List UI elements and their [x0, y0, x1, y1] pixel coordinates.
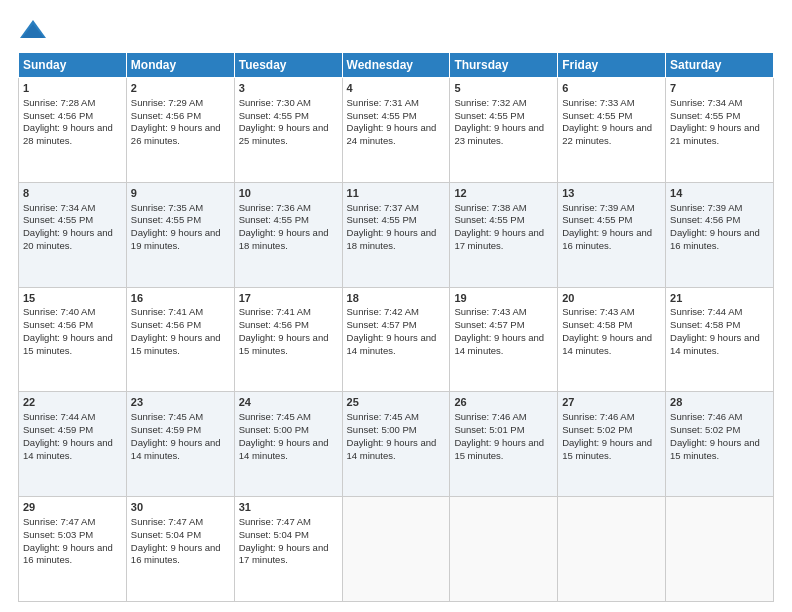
daylight-label: Daylight: 9 hours and 15 minutes. [454, 437, 544, 461]
daylight-label: Daylight: 9 hours and 18 minutes. [347, 227, 437, 251]
sunrise-label: Sunrise: 7:41 AM [131, 306, 203, 317]
sunrise-label: Sunrise: 7:28 AM [23, 97, 95, 108]
sunrise-label: Sunrise: 7:33 AM [562, 97, 634, 108]
sunrise-label: Sunrise: 7:38 AM [454, 202, 526, 213]
day-number: 24 [239, 395, 338, 410]
calendar-header: SundayMondayTuesdayWednesdayThursdayFrid… [19, 53, 774, 78]
daylight-label: Daylight: 9 hours and 21 minutes. [670, 122, 760, 146]
daylight-label: Daylight: 9 hours and 20 minutes. [23, 227, 113, 251]
daylight-label: Daylight: 9 hours and 18 minutes. [239, 227, 329, 251]
sunrise-label: Sunrise: 7:29 AM [131, 97, 203, 108]
calendar-cell: 14Sunrise: 7:39 AMSunset: 4:56 PMDayligh… [666, 182, 774, 287]
day-number: 13 [562, 186, 661, 201]
sunset-label: Sunset: 4:59 PM [23, 424, 93, 435]
daylight-label: Daylight: 9 hours and 14 minutes. [562, 332, 652, 356]
sunset-label: Sunset: 4:55 PM [562, 110, 632, 121]
calendar-cell: 31Sunrise: 7:47 AMSunset: 5:04 PMDayligh… [234, 497, 342, 602]
calendar-cell: 22Sunrise: 7:44 AMSunset: 4:59 PMDayligh… [19, 392, 127, 497]
sunrise-label: Sunrise: 7:34 AM [670, 97, 742, 108]
calendar-cell: 23Sunrise: 7:45 AMSunset: 4:59 PMDayligh… [126, 392, 234, 497]
calendar-cell [666, 497, 774, 602]
calendar-cell: 12Sunrise: 7:38 AMSunset: 4:55 PMDayligh… [450, 182, 558, 287]
sunrise-label: Sunrise: 7:39 AM [670, 202, 742, 213]
calendar-week-4: 22Sunrise: 7:44 AMSunset: 4:59 PMDayligh… [19, 392, 774, 497]
day-number: 18 [347, 291, 446, 306]
calendar-cell: 6Sunrise: 7:33 AMSunset: 4:55 PMDaylight… [558, 78, 666, 183]
sunset-label: Sunset: 4:56 PM [239, 319, 309, 330]
day-number: 28 [670, 395, 769, 410]
daylight-label: Daylight: 9 hours and 16 minutes. [23, 542, 113, 566]
sunrise-label: Sunrise: 7:47 AM [23, 516, 95, 527]
sunset-label: Sunset: 4:55 PM [347, 214, 417, 225]
calendar-cell: 30Sunrise: 7:47 AMSunset: 5:04 PMDayligh… [126, 497, 234, 602]
calendar-cell: 13Sunrise: 7:39 AMSunset: 4:55 PMDayligh… [558, 182, 666, 287]
sunrise-label: Sunrise: 7:47 AM [131, 516, 203, 527]
day-number: 12 [454, 186, 553, 201]
calendar-cell: 3Sunrise: 7:30 AMSunset: 4:55 PMDaylight… [234, 78, 342, 183]
calendar-header-tuesday: Tuesday [234, 53, 342, 78]
day-number: 30 [131, 500, 230, 515]
sunrise-label: Sunrise: 7:36 AM [239, 202, 311, 213]
sunset-label: Sunset: 4:56 PM [23, 110, 93, 121]
daylight-label: Daylight: 9 hours and 14 minutes. [347, 332, 437, 356]
daylight-label: Daylight: 9 hours and 26 minutes. [131, 122, 221, 146]
calendar-header-saturday: Saturday [666, 53, 774, 78]
sunset-label: Sunset: 5:00 PM [239, 424, 309, 435]
daylight-label: Daylight: 9 hours and 14 minutes. [347, 437, 437, 461]
daylight-label: Daylight: 9 hours and 24 minutes. [347, 122, 437, 146]
calendar-week-5: 29Sunrise: 7:47 AMSunset: 5:03 PMDayligh… [19, 497, 774, 602]
calendar-week-1: 1Sunrise: 7:28 AMSunset: 4:56 PMDaylight… [19, 78, 774, 183]
calendar-cell: 19Sunrise: 7:43 AMSunset: 4:57 PMDayligh… [450, 287, 558, 392]
calendar-cell [558, 497, 666, 602]
day-number: 7 [670, 81, 769, 96]
daylight-label: Daylight: 9 hours and 17 minutes. [239, 542, 329, 566]
sunset-label: Sunset: 5:01 PM [454, 424, 524, 435]
calendar-cell: 18Sunrise: 7:42 AMSunset: 4:57 PMDayligh… [342, 287, 450, 392]
day-number: 4 [347, 81, 446, 96]
logo-icon [18, 18, 48, 42]
calendar-cell: 2Sunrise: 7:29 AMSunset: 4:56 PMDaylight… [126, 78, 234, 183]
sunset-label: Sunset: 4:59 PM [131, 424, 201, 435]
daylight-label: Daylight: 9 hours and 14 minutes. [454, 332, 544, 356]
day-number: 21 [670, 291, 769, 306]
calendar-cell: 24Sunrise: 7:45 AMSunset: 5:00 PMDayligh… [234, 392, 342, 497]
sunrise-label: Sunrise: 7:34 AM [23, 202, 95, 213]
sunset-label: Sunset: 5:04 PM [131, 529, 201, 540]
daylight-label: Daylight: 9 hours and 15 minutes. [239, 332, 329, 356]
header [18, 18, 774, 42]
sunset-label: Sunset: 4:55 PM [239, 214, 309, 225]
sunset-label: Sunset: 4:55 PM [562, 214, 632, 225]
daylight-label: Daylight: 9 hours and 22 minutes. [562, 122, 652, 146]
day-number: 10 [239, 186, 338, 201]
daylight-label: Daylight: 9 hours and 15 minutes. [562, 437, 652, 461]
calendar-week-2: 8Sunrise: 7:34 AMSunset: 4:55 PMDaylight… [19, 182, 774, 287]
calendar-cell: 10Sunrise: 7:36 AMSunset: 4:55 PMDayligh… [234, 182, 342, 287]
calendar-header-wednesday: Wednesday [342, 53, 450, 78]
calendar-cell: 8Sunrise: 7:34 AMSunset: 4:55 PMDaylight… [19, 182, 127, 287]
sunrise-label: Sunrise: 7:31 AM [347, 97, 419, 108]
daylight-label: Daylight: 9 hours and 15 minutes. [131, 332, 221, 356]
sunrise-label: Sunrise: 7:46 AM [670, 411, 742, 422]
daylight-label: Daylight: 9 hours and 16 minutes. [562, 227, 652, 251]
daylight-label: Daylight: 9 hours and 19 minutes. [131, 227, 221, 251]
day-number: 23 [131, 395, 230, 410]
sunset-label: Sunset: 4:55 PM [454, 110, 524, 121]
sunrise-label: Sunrise: 7:45 AM [347, 411, 419, 422]
calendar-header-thursday: Thursday [450, 53, 558, 78]
sunset-label: Sunset: 5:03 PM [23, 529, 93, 540]
day-number: 27 [562, 395, 661, 410]
day-number: 22 [23, 395, 122, 410]
daylight-label: Daylight: 9 hours and 17 minutes. [454, 227, 544, 251]
calendar-cell: 15Sunrise: 7:40 AMSunset: 4:56 PMDayligh… [19, 287, 127, 392]
sunrise-label: Sunrise: 7:32 AM [454, 97, 526, 108]
sunrise-label: Sunrise: 7:43 AM [562, 306, 634, 317]
sunset-label: Sunset: 5:02 PM [562, 424, 632, 435]
day-number: 6 [562, 81, 661, 96]
sunset-label: Sunset: 4:56 PM [131, 110, 201, 121]
day-number: 29 [23, 500, 122, 515]
calendar-cell: 28Sunrise: 7:46 AMSunset: 5:02 PMDayligh… [666, 392, 774, 497]
sunset-label: Sunset: 4:56 PM [131, 319, 201, 330]
calendar-cell: 29Sunrise: 7:47 AMSunset: 5:03 PMDayligh… [19, 497, 127, 602]
calendar-cell: 11Sunrise: 7:37 AMSunset: 4:55 PMDayligh… [342, 182, 450, 287]
day-number: 11 [347, 186, 446, 201]
